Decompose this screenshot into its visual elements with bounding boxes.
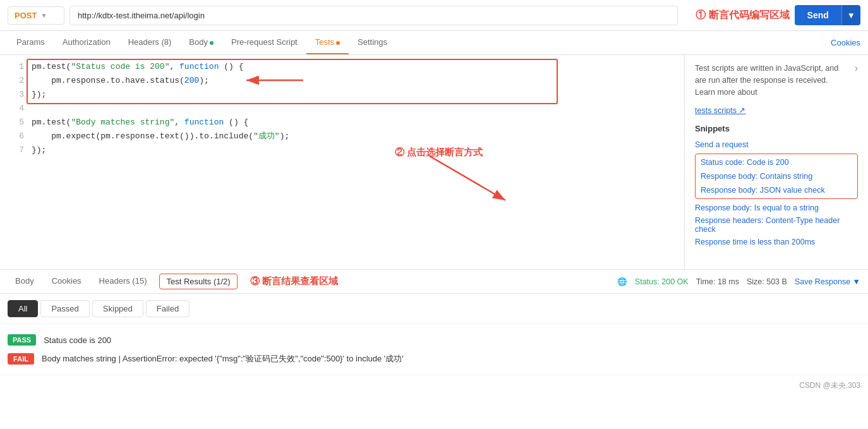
method-select[interactable]: POST ▼ bbox=[8, 6, 64, 25]
tests-dot-icon bbox=[336, 41, 340, 45]
filter-skipped[interactable]: Skipped bbox=[92, 300, 143, 317]
filter-tabs: All Passed Skipped Failed bbox=[0, 294, 868, 324]
filter-passed[interactable]: Passed bbox=[40, 300, 89, 317]
cookies-link[interactable]: Cookies bbox=[831, 38, 860, 47]
filter-all[interactable]: All bbox=[8, 300, 38, 317]
filter-failed[interactable]: Failed bbox=[146, 300, 190, 317]
tab-headers[interactable]: Headers (8) bbox=[119, 31, 181, 54]
tab-params[interactable]: Params bbox=[8, 31, 54, 54]
tab-pre-request[interactable]: Pre-request Script bbox=[222, 31, 306, 54]
send-group: Send ▼ bbox=[795, 5, 860, 25]
code-editor[interactable]: 1 pm.test("Status code is 200", function… bbox=[0, 55, 685, 269]
time-text: Time: 18 ms bbox=[696, 277, 739, 286]
body-dot-icon bbox=[210, 41, 214, 45]
code-line-6: 6 pm.expect(pm.response.text()).to.inclu… bbox=[0, 130, 684, 143]
tab-body[interactable]: Body bbox=[180, 31, 222, 54]
snippet-status-200[interactable]: Status code: Code is 200 bbox=[696, 155, 857, 169]
bottom-panel: Body Cookies Headers (15) Test Results (… bbox=[0, 270, 868, 396]
snippet-highlighted-box: Status code: Code is 200 Response body: … bbox=[695, 154, 858, 199]
sidebar-collapse-icon[interactable]: › bbox=[855, 63, 858, 74]
annotation-3-label: ③ 断言结果查看区域 bbox=[250, 275, 338, 287]
code-line-1: 1 pm.test("Status code is 200", function… bbox=[0, 60, 684, 74]
bottom-tab-test-results[interactable]: Test Results (1/2) bbox=[159, 274, 237, 289]
code-line-3: 3 }); bbox=[0, 88, 684, 102]
code-line-2: 2 pm.response.to.have.status(200); bbox=[0, 74, 684, 88]
right-sidebar: Test scripts are written in JavaScript, … bbox=[685, 55, 868, 269]
sidebar-tests-link[interactable]: tests scripts ↗ bbox=[695, 106, 745, 115]
bottom-tabs: Body Cookies Headers (15) Test Results (… bbox=[0, 270, 868, 294]
snippet-body-equal[interactable]: Response body: Is equal to a string bbox=[695, 202, 858, 214]
pass-badge: PASS bbox=[8, 334, 36, 346]
snippet-send-request[interactable]: Send a request bbox=[695, 138, 858, 151]
top-bar: POST ▼ ① 断言代码编写区域 Send ▼ bbox=[0, 0, 868, 31]
annotation-1-title: ① 断言代码编写区域 bbox=[696, 9, 789, 22]
footer-credit: CSDN @未央.303 bbox=[799, 380, 860, 391]
code-area-wrapper: 1 pm.test("Status code is 200", function… bbox=[0, 55, 685, 269]
bottom-tab-headers[interactable]: Headers (15) bbox=[92, 270, 155, 293]
send-dropdown-button[interactable]: ▼ bbox=[841, 5, 860, 25]
bottom-tab-cookies[interactable]: Cookies bbox=[44, 270, 89, 293]
snippet-body-contains[interactable]: Response body: Contains string bbox=[696, 169, 857, 183]
code-line-5: 5 pm.test("Body matches string", functio… bbox=[0, 116, 684, 130]
bottom-tab-body[interactable]: Body bbox=[8, 270, 42, 293]
request-tabs: Params Authorization Headers (8) Body Pr… bbox=[0, 31, 868, 55]
method-chevron-icon: ▼ bbox=[40, 12, 47, 19]
fail-badge: FAIL bbox=[8, 353, 34, 365]
status-ok-text: Status: 200 OK bbox=[635, 277, 689, 286]
main-content: 1 pm.test("Status code is 200", function… bbox=[0, 55, 868, 270]
size-text: Size: 503 B bbox=[747, 277, 787, 286]
tab-tests[interactable]: Tests bbox=[306, 31, 349, 54]
method-label: POST bbox=[15, 11, 37, 20]
snippet-headers-content-type[interactable]: Response headers: Content-Type header ch… bbox=[695, 214, 858, 236]
fail-text: Body matches string | AssertionError: ex… bbox=[42, 353, 404, 365]
snippet-body-json[interactable]: Response body: JSON value check bbox=[696, 183, 857, 197]
code-line-7: 7 }); bbox=[0, 143, 684, 157]
snippet-response-time[interactable]: Response time is less than 200ms bbox=[695, 236, 858, 248]
tab-authorization[interactable]: Authorization bbox=[54, 31, 119, 54]
bottom-info-bar: CSDN @未央.303 bbox=[0, 375, 868, 396]
sidebar-description: Test scripts are written in JavaScript, … bbox=[695, 63, 850, 98]
test-results: PASS Status code is 200 FAIL Body matche… bbox=[0, 324, 868, 375]
globe-icon: 🌐 bbox=[617, 277, 627, 286]
tab-settings[interactable]: Settings bbox=[349, 31, 396, 54]
status-info: 🌐 Status: 200 OK Time: 18 ms Size: 503 B… bbox=[617, 277, 860, 286]
save-response-button[interactable]: Save Response ▼ bbox=[795, 277, 860, 286]
url-input[interactable] bbox=[69, 6, 678, 25]
test-row-pass: PASS Status code is 200 bbox=[8, 330, 860, 349]
code-line-4: 4 bbox=[0, 102, 684, 116]
pass-text: Status code is 200 bbox=[44, 335, 111, 345]
send-button[interactable]: Send bbox=[795, 5, 841, 25]
snippets-title: Snippets bbox=[695, 124, 858, 133]
test-row-fail: FAIL Body matches string | AssertionErro… bbox=[8, 349, 860, 368]
